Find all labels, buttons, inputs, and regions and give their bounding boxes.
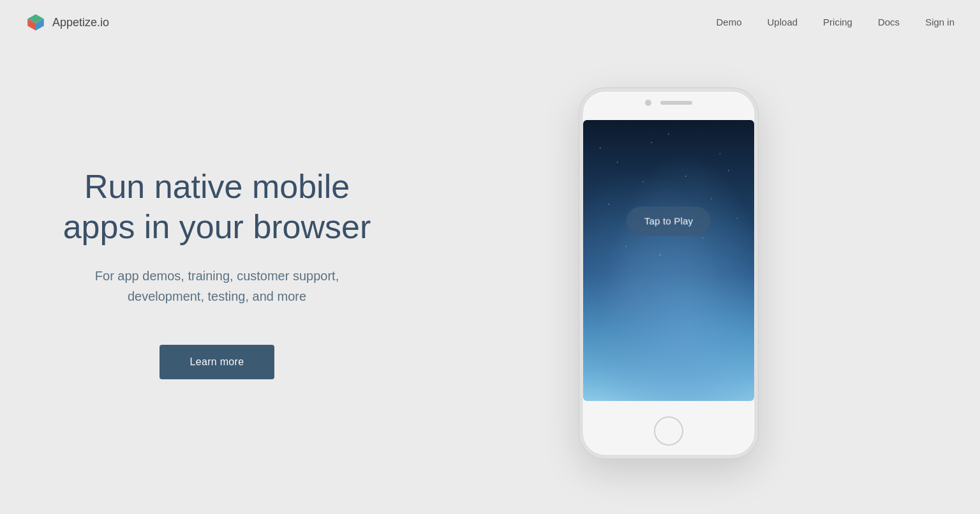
nav-item-pricing[interactable]: Pricing: [823, 17, 852, 28]
hero-section: Run native mobile apps in your browser F…: [0, 45, 980, 514]
phone-speaker: [660, 101, 692, 105]
hero-title: Run native mobile apps in your browser: [51, 167, 383, 246]
phone-home-button: [654, 416, 683, 446]
navbar: Appetize.io Demo Upload Pricing Docs Sig…: [0, 0, 980, 45]
phone-screen-background: [583, 120, 754, 401]
nav-link-demo[interactable]: Demo: [716, 17, 742, 27]
phone-camera: [645, 100, 651, 106]
nav-link-upload[interactable]: Upload: [768, 17, 798, 27]
tap-to-play-button[interactable]: Tap to Play: [627, 206, 711, 235]
logo-icon: [26, 12, 46, 33]
phone-screen[interactable]: Tap to Play: [583, 120, 754, 401]
logo[interactable]: Appetize.io: [26, 12, 109, 33]
hero-subtitle: For app demos, training, customer suppor…: [83, 266, 351, 306]
nav-link-pricing[interactable]: Pricing: [823, 17, 852, 27]
nav-item-upload[interactable]: Upload: [768, 17, 798, 28]
phone-top-bar: [645, 100, 692, 106]
nav-item-signin[interactable]: Sign in: [925, 17, 954, 28]
nav-link-signin[interactable]: Sign in: [925, 17, 954, 27]
nav-item-demo[interactable]: Demo: [716, 17, 742, 28]
hero-content: Run native mobile apps in your browser F…: [51, 167, 408, 379]
nav-link-docs[interactable]: Docs: [878, 17, 900, 27]
learn-more-button[interactable]: Learn more: [160, 345, 275, 379]
phone-demo: Tap to Play: [408, 88, 929, 458]
nav-links: Demo Upload Pricing Docs Sign in: [716, 17, 954, 28]
logo-text: Appetize.io: [52, 16, 109, 29]
phone-mockup: Tap to Play: [579, 88, 758, 458]
nav-item-docs[interactable]: Docs: [878, 17, 900, 28]
